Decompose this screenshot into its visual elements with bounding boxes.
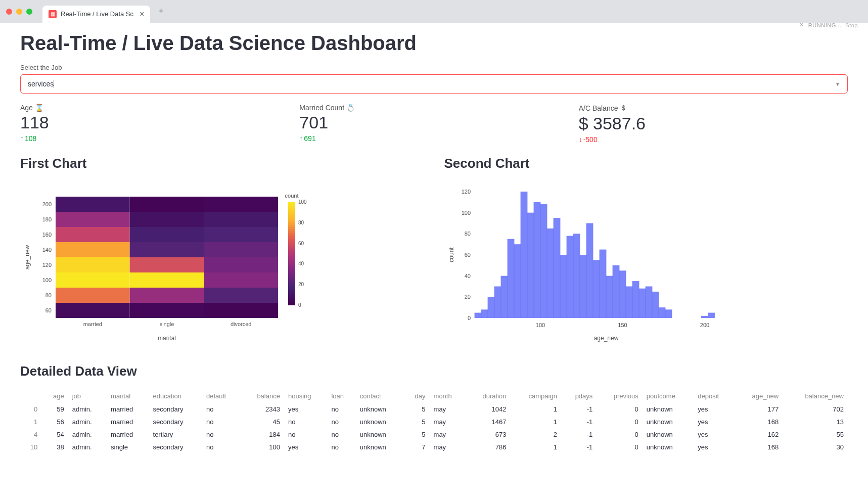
- svg-text:200: 200: [700, 322, 709, 328]
- metric-married-delta: 691: [304, 134, 315, 143]
- table-header[interactable]: pdays: [561, 389, 597, 403]
- svg-rect-17: [204, 227, 278, 242]
- charts-row: First Chart 6080100120140160180200marrie…: [20, 156, 848, 343]
- table-header[interactable]: duration: [466, 389, 510, 403]
- svg-text:150: 150: [618, 322, 627, 328]
- table-header[interactable]: previous: [597, 389, 642, 403]
- table-row[interactable]: 059admin.marriedsecondaryno2343yesnounkn…: [20, 403, 848, 416]
- table-header[interactable]: deposit: [694, 389, 734, 403]
- table-header[interactable]: job: [68, 389, 107, 403]
- svg-text:age_new: age_new: [593, 335, 618, 342]
- table-header[interactable]: day: [403, 389, 429, 403]
- page-title: Real-Time / Live Data Science Dashboard: [20, 32, 848, 55]
- svg-text:160: 160: [42, 232, 52, 238]
- svg-rect-1: [130, 303, 204, 318]
- running-icon: ✕: [799, 22, 804, 28]
- browser-chrome: ▦ Real-Time / Live Data Sc × +: [0, 0, 868, 23]
- svg-rect-107: [560, 255, 567, 318]
- svg-rect-124: [701, 316, 708, 318]
- svg-text:80: 80: [464, 231, 470, 237]
- svg-text:divorced: divorced: [231, 321, 252, 327]
- first-chart-title: First Chart: [20, 156, 424, 171]
- dollar-icon: ＄: [620, 104, 627, 113]
- svg-text:80: 80: [45, 292, 52, 298]
- svg-text:40: 40: [464, 273, 470, 279]
- table-header[interactable]: age: [41, 389, 68, 403]
- svg-rect-119: [638, 289, 646, 318]
- first-chart: First Chart 6080100120140160180200marrie…: [20, 156, 424, 343]
- tab-close-icon[interactable]: ×: [140, 10, 144, 19]
- svg-rect-98: [500, 276, 508, 318]
- svg-rect-125: [708, 313, 715, 318]
- new-tab-button[interactable]: +: [158, 6, 164, 17]
- metric-balance: A/C Balance ＄ $ 3587.6 ↓ -500: [579, 104, 848, 144]
- table-header[interactable]: poutcome: [643, 389, 694, 403]
- histogram-chart: 020406080100120100150200countage_new: [444, 181, 748, 343]
- svg-rect-5: [204, 288, 278, 303]
- table-header[interactable]: balance_new: [783, 389, 848, 403]
- table-header[interactable]: age_new: [735, 389, 783, 403]
- svg-rect-99: [507, 239, 514, 318]
- arrow-up-icon: ↑: [299, 134, 303, 143]
- metric-age-delta: 108: [25, 134, 36, 143]
- table-header[interactable]: campaign: [510, 389, 561, 403]
- svg-rect-117: [625, 287, 632, 318]
- data-table[interactable]: agejobmaritaleducationdefaultbalancehous…: [20, 389, 848, 453]
- metric-married-value: 701: [299, 113, 568, 132]
- table-row[interactable]: 156admin.marriedsecondaryno45nonounknown…: [20, 416, 848, 428]
- svg-text:120: 120: [461, 189, 470, 195]
- svg-rect-18: [56, 212, 130, 227]
- svg-rect-23: [204, 197, 278, 212]
- table-row[interactable]: 1038admin.singlesecondaryno100yesnounkno…: [20, 441, 848, 453]
- svg-rect-6: [56, 272, 130, 288]
- svg-text:0: 0: [298, 302, 301, 308]
- table-header[interactable]: education: [149, 389, 203, 403]
- svg-rect-12: [56, 242, 130, 257]
- table-header[interactable]: contact: [356, 389, 403, 403]
- svg-text:married: married: [83, 321, 102, 327]
- table-title: Detailed Data View: [20, 363, 848, 379]
- window-maximize-icon[interactable]: [26, 9, 32, 15]
- svg-text:count: count: [448, 247, 455, 262]
- metric-age: Age ⌛ 118 ↑ 108: [20, 104, 289, 144]
- svg-rect-22: [130, 197, 204, 212]
- stop-button[interactable]: Stop: [845, 22, 858, 28]
- job-select[interactable]: services ▼: [20, 74, 848, 94]
- tab-favicon-icon: ▦: [49, 10, 57, 18]
- table-header[interactable]: housing: [284, 389, 327, 403]
- ring-icon: 💍: [346, 104, 355, 112]
- second-chart: Second Chart 020406080100120100150200cou…: [444, 156, 848, 343]
- window-close-icon[interactable]: [6, 9, 12, 15]
- hourglass-icon: ⌛: [35, 104, 43, 112]
- window-minimize-icon[interactable]: [16, 9, 22, 15]
- table-header[interactable]: month: [430, 389, 466, 403]
- svg-rect-96: [487, 297, 494, 318]
- svg-text:60: 60: [464, 252, 470, 258]
- svg-text:100: 100: [535, 322, 544, 328]
- tab-title: Real-Time / Live Data Sc: [61, 10, 133, 18]
- svg-rect-108: [566, 236, 573, 318]
- table-header[interactable]: default: [202, 389, 241, 403]
- metric-married: Married Count 💍 701 ↑ 691: [299, 104, 568, 144]
- svg-rect-113: [599, 250, 606, 318]
- svg-rect-115: [612, 265, 619, 318]
- svg-rect-20: [204, 212, 278, 227]
- svg-text:180: 180: [42, 216, 52, 222]
- table-row[interactable]: 454admin.marriedtertiaryno184nonounknown…: [20, 428, 848, 441]
- table-header[interactable]: loan: [327, 389, 355, 403]
- browser-tab[interactable]: ▦ Real-Time / Live Data Sc ×: [42, 6, 150, 23]
- svg-rect-2: [204, 303, 278, 318]
- svg-text:200: 200: [42, 201, 52, 207]
- svg-rect-10: [130, 257, 204, 272]
- svg-rect-103: [533, 202, 540, 318]
- table-header[interactable]: [20, 389, 41, 403]
- svg-rect-7: [130, 272, 204, 288]
- table-header[interactable]: marital: [107, 389, 149, 403]
- table-header[interactable]: balance: [241, 389, 284, 403]
- svg-rect-100: [514, 244, 521, 318]
- traffic-lights: [6, 9, 32, 15]
- svg-text:count: count: [285, 193, 299, 199]
- svg-text:100: 100: [298, 199, 307, 205]
- svg-text:single: single: [160, 321, 174, 327]
- svg-rect-86: [288, 202, 295, 204]
